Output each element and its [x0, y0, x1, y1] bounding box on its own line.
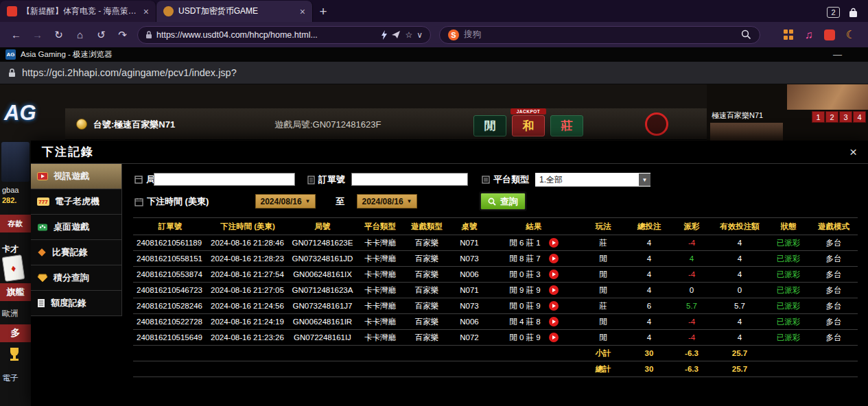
deposit-button[interactable]: 存款 [0, 215, 31, 232]
subtotal-cell-valid_bet: 25.7 [712, 346, 767, 361]
bet-tie-button[interactable]: 和 [512, 115, 545, 136]
promo-wheel-icon[interactable] [645, 112, 668, 136]
lobby-sidebar-strip: gbaa 282. 存款 卡才 ♦ 旗艦 歐洲 多 電子 [0, 141, 31, 406]
browser-tab-bar: 【新提醒】体育电竞 - 海燕策略... × USDT加密货币GAME × + 2 [0, 0, 868, 22]
bet-cell-play: 閒 [579, 267, 627, 283]
bet-cell-round: GN073248161JD [288, 251, 357, 267]
browser-toolbar: ← → ↻ ⌂ ↺ ↷ https://www.usdt04.com/hhcp/… [0, 22, 868, 47]
date-from-picker[interactable]: 2024/08/16 ▼ [255, 194, 316, 208]
bet-cell-game_type: 百家樂 [403, 283, 450, 298]
replay-play-icon[interactable] [549, 285, 559, 295]
grand-total-cell-platform [357, 361, 403, 377]
search-icon[interactable] [741, 29, 751, 40]
table-tab-4[interactable]: 4 [853, 111, 866, 123]
bet-row: 2408162105581512024-08-16 21:28:23GN0732… [133, 251, 858, 267]
bet-cell-valid_bet: 4 [712, 267, 767, 283]
menu-item-match-records[interactable]: 比賽記錄 [31, 240, 122, 265]
tab-count-badge[interactable]: 2 [827, 7, 840, 18]
bet-cell-total_bet: 4 [627, 314, 671, 330]
table-number-tabs: 1 2 3 4 [812, 111, 866, 123]
history-icon[interactable]: ↺ [92, 26, 110, 44]
multi-table-button[interactable]: 多 [0, 324, 31, 342]
menu-label: 桌面遊戲 [54, 221, 89, 233]
menu-item-video-games[interactable]: 視訊遊戲 [31, 164, 122, 189]
app-address-bar[interactable]: https://gci.2hhapi.com/agingame/pcv1/ind… [0, 62, 868, 84]
bet-banker-button[interactable]: 莊 [550, 115, 583, 136]
lightning-icon[interactable] [381, 30, 388, 40]
bet-cell-status: 已派彩 [767, 235, 810, 251]
subtotal-row: 小計30-6.325.7 [133, 346, 858, 361]
replay-play-icon[interactable] [549, 317, 559, 326]
menu-label: 積分查詢 [54, 272, 89, 284]
table-tab-2[interactable]: 2 [825, 111, 838, 123]
flagship-hall-button[interactable]: 旗艦 [0, 283, 31, 301]
game-round-label: 遊戲局號:GN0712481623F [274, 119, 381, 131]
modal-content: 局號 訂單號 平台類型 1.全部 ▼ [122, 164, 868, 406]
music-icon[interactable]: ♫ [805, 29, 813, 41]
date-to-picker[interactable]: 2024/08/16 ▼ [357, 194, 417, 208]
replay-play-icon[interactable] [549, 333, 559, 342]
menu-item-slots[interactable]: 777 電子老虎機 [31, 189, 122, 215]
browser-tab-sports[interactable]: 【新提醒】体育电竞 - 海燕策略... × [0, 1, 156, 22]
address-bar[interactable]: https://www.usdt04.com/hhcp/home.html...… [137, 26, 431, 44]
red-app-icon[interactable] [824, 29, 835, 40]
menu-item-table-games[interactable]: 桌面遊戲 [31, 215, 122, 240]
round-input[interactable] [154, 173, 295, 186]
replay-play-icon[interactable] [549, 254, 559, 263]
order-input[interactable] [351, 173, 468, 186]
query-button[interactable]: 查詢 [480, 193, 526, 210]
select-dropdown-icon[interactable]: ▼ [639, 174, 650, 186]
bet-cell-payout: 4 [671, 251, 712, 267]
address-dropdown-icon[interactable]: ∨ [417, 30, 423, 40]
europe-hall-label[interactable]: 歐洲 [2, 308, 19, 320]
browser-tab-usdt-game[interactable]: USDT加密货币GAME × [156, 1, 313, 22]
modal-close-icon[interactable]: × [849, 145, 857, 160]
tab-favicon [163, 6, 174, 16]
tab-close-icon[interactable]: × [143, 6, 149, 17]
bet-cell-table_no: N072 [450, 330, 489, 346]
redo-icon[interactable]: ↷ [113, 26, 132, 44]
table-games-icon [37, 223, 48, 232]
app-window-title: Asia Gaming - 极速浏览器 [21, 49, 113, 60]
replay-play-icon[interactable] [549, 301, 559, 311]
subtotal-cell-round [288, 346, 357, 361]
bookmark-star-icon[interactable]: ☆ [405, 30, 412, 40]
night-mode-icon[interactable]: ☾ [846, 28, 856, 41]
table-tab-1[interactable]: 1 [812, 111, 825, 123]
bet-cell-total_bet: 4 [627, 251, 671, 267]
apps-grid-icon[interactable] [784, 29, 794, 40]
table-tab-3[interactable]: 3 [839, 111, 852, 123]
playing-card-icon: ♦ [2, 254, 25, 282]
bet-cell-platform: 卡卡灣廳 [357, 267, 403, 283]
col-order: 訂單號 [133, 218, 207, 235]
bet-table-body: 2408162105611892024-08-16 21:28:46GN0712… [133, 235, 858, 377]
refresh-icon[interactable]: ↻ [49, 26, 68, 44]
home-icon[interactable]: ⌂ [71, 26, 89, 44]
sogou-logo-icon: S [448, 29, 459, 40]
menu-item-points[interactable]: 積分查詢 [31, 265, 122, 291]
search-box[interactable]: S 搜狗 [439, 26, 760, 44]
bet-cell-platform: 卡卡灣廳 [357, 251, 403, 267]
hall-cards-label[interactable]: 卡才 [2, 243, 19, 255]
bet-player-button[interactable]: 閒 [473, 115, 506, 136]
platform-select[interactable]: 1.全部 ▼ [535, 173, 650, 187]
bet-cell-total_bet: 4 [627, 330, 671, 346]
menu-item-credit-records[interactable]: 額度記錄 [31, 291, 122, 316]
menu-label: 視訊遊戲 [54, 170, 89, 182]
result-text: 閒 0 莊 9 [509, 333, 540, 342]
egame-label[interactable]: 電子 [2, 372, 19, 384]
replay-play-icon[interactable] [549, 270, 559, 279]
share-icon[interactable] [392, 31, 401, 39]
svg-text:777: 777 [38, 199, 48, 205]
back-icon[interactable]: ← [7, 26, 25, 44]
forward-icon[interactable]: → [28, 26, 47, 44]
menu-label: 額度記錄 [51, 297, 86, 309]
replay-play-icon[interactable] [549, 238, 559, 248]
query-button-label: 查詢 [500, 195, 518, 208]
gift-bag-icon[interactable] [848, 8, 858, 18]
trophy-icon[interactable] [6, 346, 23, 363]
new-tab-button[interactable]: + [313, 1, 333, 22]
tab-close-icon[interactable]: × [300, 6, 305, 17]
minimize-button[interactable]: — [833, 49, 842, 60]
bet-cell-table_no: N006 [450, 267, 489, 283]
